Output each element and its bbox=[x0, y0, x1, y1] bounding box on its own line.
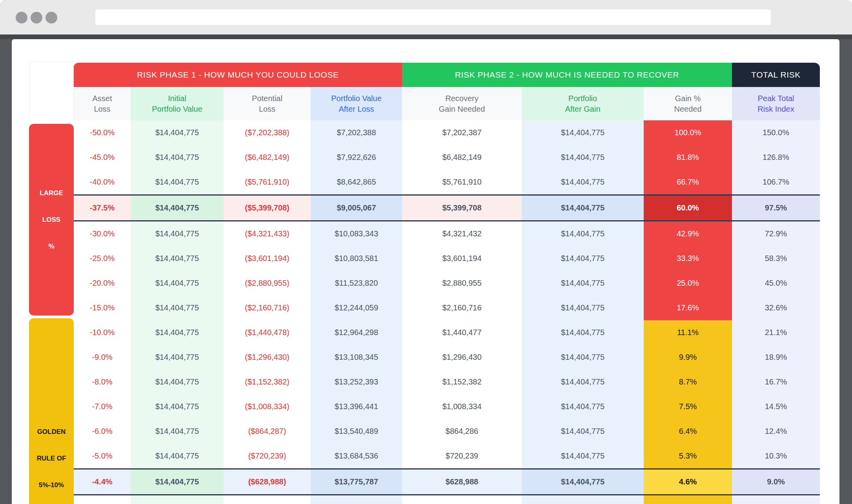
browser-chrome bbox=[0, 0, 852, 34]
potential-loss-cell: ($1,008,334) bbox=[224, 394, 311, 419]
potential-loss-cell: ($2,160,716) bbox=[224, 296, 311, 320]
after-gain-cell: $14,404,775 bbox=[522, 221, 644, 246]
table-row: -15.0% $14,404,775 ($2,160,716) $12,244,… bbox=[74, 296, 820, 320]
table-row: -37.5% $14,404,775 ($5,399,708) $9,005,0… bbox=[74, 194, 820, 221]
value-after-loss-cell: $7,922,626 bbox=[311, 145, 402, 170]
browser-window: RISK PHASE 1 - HOW MUCH YOU COULD LOOSE … bbox=[0, 0, 852, 504]
column-header-recovery-gain-needed: RecoveryGain Needed bbox=[402, 87, 522, 120]
recovery-gain-cell: $628,988 bbox=[402, 470, 522, 494]
recovery-gain-cell: $6,482,149 bbox=[402, 145, 522, 170]
phase-header-row: RISK PHASE 1 - HOW MUCH YOU COULD LOOSE … bbox=[74, 63, 820, 87]
recovery-gain-cell: $3,601,194 bbox=[402, 246, 522, 271]
recovery-gain-cell: $720,239 bbox=[402, 444, 522, 468]
peak-risk-cell: 21.1% bbox=[732, 320, 820, 345]
column-header-asset-loss: AssetLoss bbox=[74, 87, 131, 120]
peak-risk-cell: 126.8% bbox=[732, 145, 820, 170]
after-gain-cell: $14,404,775 bbox=[522, 495, 644, 504]
gain-needed-cell: 9.9% bbox=[644, 345, 732, 370]
initial-value-cell: $14,404,775 bbox=[131, 271, 224, 296]
gain-needed-cell: 81.8% bbox=[644, 145, 732, 170]
initial-value-cell: $14,404,775 bbox=[131, 196, 224, 220]
initial-value-cell: $14,404,775 bbox=[131, 120, 224, 145]
asset-loss-cell: -37.5% bbox=[74, 196, 131, 220]
potential-loss-cell: ($3,601,194) bbox=[224, 246, 311, 271]
large-loss-band: LARGE LOSS % bbox=[29, 124, 74, 315]
recovery-gain-cell: $1,296,430 bbox=[402, 345, 522, 370]
golden-rule-label-3: 5%-10% bbox=[39, 480, 64, 490]
asset-loss-cell: -7.0% bbox=[74, 394, 131, 419]
potential-loss-cell: ($1,152,382) bbox=[224, 370, 311, 394]
large-loss-label-1: LARGE bbox=[40, 189, 63, 198]
value-after-loss-cell: $13,252,393 bbox=[311, 370, 402, 394]
golden-rule-label-2: RULE OF bbox=[37, 454, 66, 463]
peak-risk-cell: 32.6% bbox=[732, 296, 820, 320]
after-gain-cell: $14,404,775 bbox=[522, 470, 644, 494]
asset-loss-cell: -20.0% bbox=[74, 271, 131, 296]
gain-needed-cell: 7.5% bbox=[644, 394, 732, 419]
initial-value-cell: $14,404,775 bbox=[131, 145, 224, 170]
gain-needed-cell: 6.4% bbox=[644, 419, 732, 444]
column-header-portfolio-after-gain: PortfolioAfter Gain bbox=[522, 87, 644, 120]
initial-value-cell: $14,404,775 bbox=[131, 419, 224, 444]
peak-risk-cell: 6.1% bbox=[732, 495, 820, 504]
table-row: -25.0% $14,404,775 ($3,601,194) $10,803,… bbox=[74, 246, 820, 271]
table-row: -5.0% $14,404,775 ($720,239) $13,684,536… bbox=[74, 444, 820, 468]
column-header-initial-portfolio-value: InitialPortfolio Value bbox=[131, 87, 224, 120]
initial-value-cell: $14,404,775 bbox=[131, 345, 224, 370]
gain-needed-cell: 66.7% bbox=[644, 170, 732, 194]
recovery-gain-cell: $5,399,708 bbox=[402, 196, 522, 220]
large-loss-label-3: % bbox=[48, 242, 54, 251]
value-after-loss-cell: $13,396,441 bbox=[311, 394, 402, 419]
asset-loss-cell: -4.4% bbox=[74, 470, 131, 494]
initial-value-cell: $14,404,775 bbox=[131, 470, 224, 494]
asset-loss-cell: -25.0% bbox=[74, 246, 131, 271]
column-header-portfolio-value-after-loss: Portfolio ValueAfter Loss bbox=[311, 87, 402, 120]
recovery-gain-cell: $864,286 bbox=[402, 419, 522, 444]
window-close-button[interactable] bbox=[16, 12, 27, 24]
potential-loss-cell: ($628,988) bbox=[224, 470, 311, 494]
potential-loss-cell: ($6,482,149) bbox=[224, 145, 311, 170]
recovery-gain-cell: $4,321,432 bbox=[402, 221, 522, 246]
address-bar-input[interactable] bbox=[95, 9, 771, 25]
gain-needed-cell: 60.0% bbox=[644, 196, 732, 220]
value-after-loss-cell: $8,642,865 bbox=[311, 170, 402, 194]
table-body: -50.0% $14,404,775 ($7,202,388) $7,202,3… bbox=[74, 120, 820, 504]
gain-needed-cell: 17.6% bbox=[644, 296, 732, 320]
peak-risk-cell: 12.4% bbox=[732, 419, 820, 444]
after-gain-cell: $14,404,775 bbox=[522, 444, 644, 468]
recovery-gain-cell: $7,202,387 bbox=[402, 120, 522, 145]
total-risk-header: TOTAL RISK bbox=[732, 63, 820, 87]
after-gain-cell: $14,404,775 bbox=[522, 145, 644, 170]
value-after-loss-cell: $13,972,632 bbox=[311, 495, 402, 504]
asset-loss-cell: -8.0% bbox=[74, 370, 131, 394]
initial-value-cell: $14,404,775 bbox=[131, 296, 224, 320]
recovery-gain-cell: $2,160,716 bbox=[402, 296, 522, 320]
gain-needed-cell: 25.0% bbox=[644, 271, 732, 296]
after-gain-cell: $14,404,775 bbox=[522, 246, 644, 271]
potential-loss-cell: ($4,321,433) bbox=[224, 221, 311, 246]
table-row: -20.0% $14,404,775 ($2,880,955) $11,523,… bbox=[74, 271, 820, 296]
peak-risk-cell: 45.0% bbox=[732, 271, 820, 296]
peak-risk-cell: 14.5% bbox=[732, 394, 820, 419]
peak-risk-cell: 97.5% bbox=[732, 196, 820, 220]
window-zoom-button[interactable] bbox=[46, 12, 57, 24]
risk-table-page: RISK PHASE 1 - HOW MUCH YOU COULD LOOSE … bbox=[12, 39, 839, 504]
recovery-gain-cell: $5,761,910 bbox=[402, 170, 522, 194]
gain-needed-cell: 42.9% bbox=[644, 221, 732, 246]
after-gain-cell: $14,404,775 bbox=[522, 120, 644, 145]
column-header-row: AssetLoss InitialPortfolio Value Potenti… bbox=[74, 87, 820, 120]
peak-risk-cell: 10.3% bbox=[732, 444, 820, 468]
golden-rule-band: GOLDEN RULE OF 5%-10% bbox=[29, 318, 74, 504]
initial-value-cell: $14,404,775 bbox=[131, 320, 224, 345]
initial-value-cell: $14,404,775 bbox=[131, 394, 224, 419]
window-minimize-button[interactable] bbox=[31, 12, 42, 24]
table-row: -30.0% $14,404,775 ($4,321,433) $10,083,… bbox=[74, 221, 820, 246]
potential-loss-cell: ($864,287) bbox=[224, 419, 311, 444]
potential-loss-cell: ($5,761,910) bbox=[224, 170, 311, 194]
potential-loss-cell: ($2,880,955) bbox=[224, 271, 311, 296]
after-gain-cell: $14,404,775 bbox=[522, 419, 644, 444]
asset-loss-cell: -9.0% bbox=[74, 345, 131, 370]
table-corner-spacer bbox=[29, 62, 74, 120]
gain-needed-cell: 3.1% bbox=[644, 495, 732, 504]
peak-risk-cell: 58.3% bbox=[732, 246, 820, 271]
